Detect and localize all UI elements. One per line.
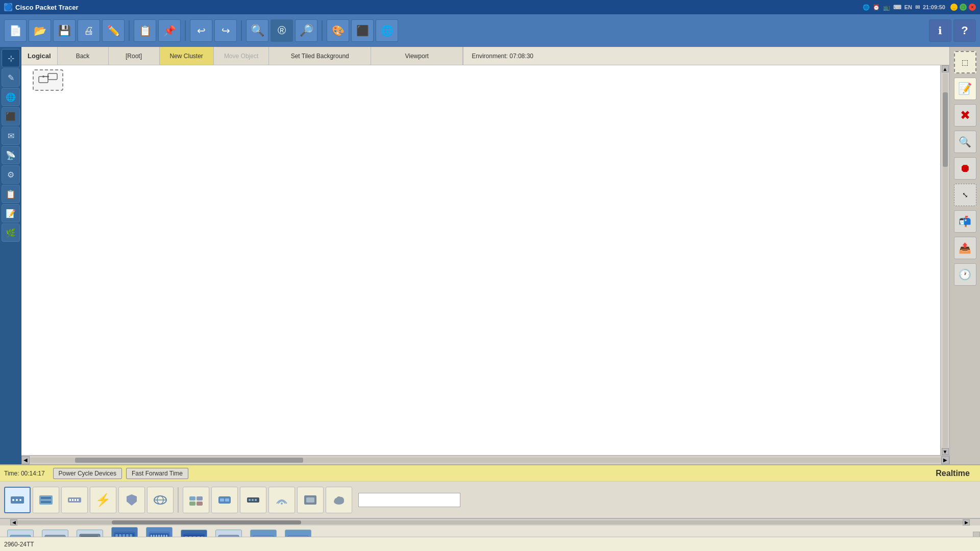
subcat-all[interactable] [183,487,209,513]
right-envelope-open-tool[interactable]: 📬 [954,210,976,233]
scroll-right-button[interactable]: ▶ [941,456,949,464]
device-scroll-left[interactable]: ◀ [10,519,17,525]
sidebar-terminal[interactable]: ⬛ [2,107,20,126]
move-object-button[interactable]: Move Object [214,47,269,65]
alarm-icon: ⏰ [873,4,880,11]
sidebar-browser[interactable]: 🌐 [2,88,20,106]
viewport-button[interactable]: Viewport [371,47,463,65]
zoom-out-button[interactable]: 🔎 [295,19,317,42]
canvas-area[interactable] [21,65,949,464]
cat-security[interactable] [118,487,145,513]
cat-wan[interactable] [147,487,174,513]
h-scroll-thumb[interactable] [75,458,303,463]
sidebar-note-tool[interactable]: ✎ [2,68,20,87]
security-subcategory-icon [303,492,318,508]
back-button[interactable]: Back [58,47,109,65]
info-button[interactable]: ℹ [929,19,951,42]
subcat-security[interactable] [297,487,324,513]
cluster-object[interactable] [28,69,68,100]
pt-subcategory-icon [217,492,232,508]
redo-button[interactable]: ↪ [214,19,237,42]
svg-rect-23 [197,502,203,506]
subcat-cloud[interactable] [326,487,352,513]
svg-rect-29 [252,499,254,501]
right-select-tool[interactable]: ⬚ [954,51,976,73]
scroll-down-button[interactable]: ▼ [942,448,949,455]
bottom-panel: Time: 00:14:17 Power Cycle Devices Fast … [0,464,980,551]
sidebar-log[interactable]: 📋 [2,185,20,203]
toolbar: 📄 📂 💾 🖨 ✏️ 📋 📌 ↩ ↪ 🔍 ® 🔎 🎨 ⬛ 🌐 ℹ ? [0,14,980,47]
svg-rect-63 [122,534,125,537]
new-cluster-button[interactable]: New Cluster [160,47,214,65]
sidebar-netflow[interactable]: 🌿 [2,223,20,242]
device-scroll-thumb[interactable] [112,520,301,524]
cat-switches[interactable] [33,487,59,513]
svg-point-37 [336,496,341,502]
device-search-box[interactable] [358,493,460,507]
fast-forward-button[interactable]: Fast Forward Time [126,468,188,479]
svg-rect-20 [189,496,195,500]
bottom-control-bar: Time: 00:14:17 Power Cycle Devices Fast … [0,465,980,482]
edit-button[interactable]: ✏️ [102,19,125,42]
minimize-button[interactable]: _ [950,4,958,11]
right-record-tool[interactable]: ⏺ [954,157,976,180]
time-display: Time: 00:14:17 [4,470,45,477]
sidebar-tftp[interactable]: 📡 [2,146,20,164]
switch-category-icon [38,492,54,508]
paste-button[interactable]: 📌 [158,19,181,42]
device-scroll-right[interactable]: ▶ [963,519,970,525]
right-resize-tool[interactable]: ⤡ [954,184,976,206]
new-button[interactable]: 📄 [4,19,27,42]
svg-rect-22 [189,502,195,506]
cat-wireless[interactable]: ⚡ [90,487,116,513]
scroll-up-button[interactable]: ▲ [942,65,949,72]
app-icon: 🔵 [4,3,12,11]
print-button[interactable]: 🖨 [78,19,100,42]
cat-routers[interactable] [4,487,31,513]
undo-button[interactable]: ↩ [190,19,212,42]
network-info-button[interactable]: 🌐 [376,19,398,42]
power-cycle-button[interactable]: Power Cycle Devices [53,468,122,479]
sidebar-select-tool[interactable]: ⊹ [2,49,20,67]
subcat-wireless[interactable] [268,487,295,513]
root-button[interactable]: [Root] [109,47,160,65]
select-button[interactable]: ® [271,19,293,42]
svg-point-4 [47,76,49,78]
open-button[interactable]: 📂 [29,19,51,42]
sidebar-scripting[interactable]: 📝 [2,204,20,222]
mail-icon: ✉ [915,4,920,11]
custom-devices-button[interactable]: ⬛ [351,19,374,42]
sidebar-email[interactable]: ✉ [2,127,20,145]
monitor-icon: 📺 [883,4,890,11]
right-delete-tool[interactable]: ✖ [954,104,976,127]
wireless-subcategory-icon [274,492,289,508]
svg-rect-10 [41,497,51,499]
save-button[interactable]: 💾 [53,19,76,42]
separator-3 [241,20,242,41]
copy-button[interactable]: 📋 [134,19,156,42]
subcat-pt[interactable] [211,487,238,513]
v-scroll-thumb[interactable] [943,92,948,167]
set-tiled-background-button[interactable]: Set Tiled Background [269,47,371,65]
cloud-subcategory-icon [331,492,347,508]
close-button[interactable]: × [969,4,976,11]
device-scroll-track [17,520,963,524]
canvas-scrollbar-v[interactable]: ▲ ▼ [940,65,949,455]
window-controls[interactable]: _ □ × [950,4,976,11]
right-envelope-send-tool[interactable]: 📤 [954,237,976,259]
palette-button[interactable]: 🎨 [327,19,349,42]
right-note-tool[interactable]: 📝 [954,78,976,100]
help-button[interactable]: ? [953,19,976,42]
zoom-in-button[interactable]: 🔍 [246,19,268,42]
right-inspect-tool[interactable]: 🔍 [954,131,976,153]
hub-category-icon [67,492,82,508]
svg-rect-66 [130,534,132,537]
right-clock-tool[interactable]: 🕐 [954,263,976,286]
sidebar-settings[interactable]: ⚙ [2,165,20,184]
maximize-button[interactable]: □ [960,4,967,11]
device-categories: ⚡ [0,482,980,518]
scroll-left-button[interactable]: ◀ [21,456,30,464]
subcat-cisco[interactable] [240,487,266,513]
svg-rect-11 [41,501,51,503]
cat-hubs[interactable] [61,487,88,513]
